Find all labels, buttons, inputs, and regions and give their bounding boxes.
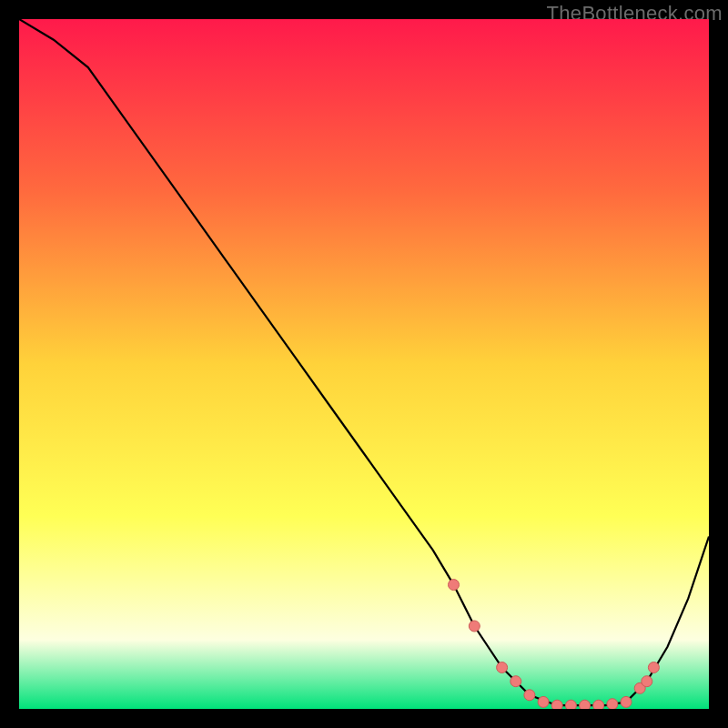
marker-dot [497,662,508,673]
marker-dot [565,700,576,709]
marker-dot [593,700,604,709]
plot-area [19,19,709,709]
marker-dot [524,690,535,701]
marker-dot [449,580,460,591]
marker-dot [607,699,618,709]
marker-dot [621,696,632,707]
bottleneck-chart [19,19,709,709]
chart-frame: TheBottleneck.com [0,0,728,728]
marker-dot [469,621,480,632]
marker-dot [642,676,652,687]
marker-dot [648,662,659,673]
marker-dot [551,700,562,709]
marker-dot [511,676,521,687]
marker-dot [538,696,549,707]
marker-dot [580,700,591,709]
gradient-background [19,19,709,709]
